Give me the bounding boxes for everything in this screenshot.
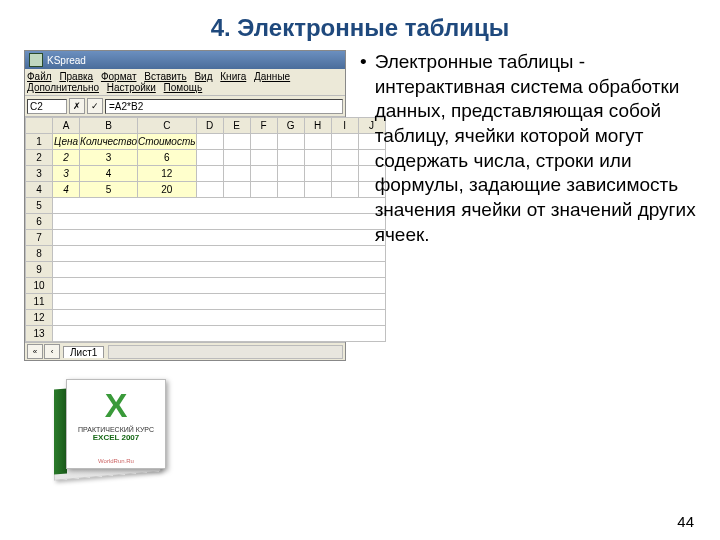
menu-settings[interactable]: Настройки (107, 82, 156, 93)
book-logo: X (105, 388, 128, 422)
cell[interactable]: 4 (53, 182, 80, 198)
cell[interactable] (53, 246, 386, 262)
col-header[interactable]: E (223, 118, 250, 134)
cell[interactable]: 5 (80, 182, 138, 198)
row-header[interactable]: 7 (26, 230, 53, 246)
sheet-tab[interactable]: Лист1 (63, 346, 104, 358)
menu-insert[interactable]: Вставить (144, 71, 186, 82)
bullet-item: • Электронные таблицы - интерактивная си… (360, 50, 696, 248)
menu-view[interactable]: Вид (194, 71, 212, 82)
cell[interactable] (53, 310, 386, 326)
col-header[interactable]: C (137, 118, 196, 134)
menubar: Файл Правка Формат Вставить Вид Книга Да… (25, 69, 345, 96)
book-title: EXCEL 2007 (93, 433, 140, 442)
menu-help[interactable]: Помощь (164, 82, 203, 93)
formula-bar: C2 ✗ ✓ =A2*B2 (25, 96, 345, 117)
row-header[interactable]: 9 (26, 262, 53, 278)
row-header[interactable]: 4 (26, 182, 53, 198)
cell[interactable]: 3 (80, 150, 138, 166)
row-header[interactable]: 11 (26, 294, 53, 310)
row-header[interactable]: 5 (26, 198, 53, 214)
menu-book[interactable]: Книга (220, 71, 246, 82)
cell-reference[interactable]: C2 (27, 99, 67, 114)
app-icon (29, 53, 43, 67)
menu-file[interactable]: Файл (27, 71, 52, 82)
cell[interactable] (304, 166, 331, 182)
cell[interactable] (53, 326, 386, 342)
row-header[interactable]: 1 (26, 134, 53, 150)
cell[interactable] (277, 150, 304, 166)
col-header[interactable]: G (277, 118, 304, 134)
slide-title: 4. Электронные таблицы (24, 14, 696, 42)
cell[interactable] (223, 134, 250, 150)
cell[interactable]: 6 (137, 150, 196, 166)
book-site: WorldRun.Ru (98, 458, 134, 464)
spreadsheet-window: KSpread Файл Правка Формат Вставить Вид … (24, 50, 346, 361)
col-header[interactable]: H (304, 118, 331, 134)
col-header[interactable]: F (250, 118, 277, 134)
window-titlebar: KSpread (25, 51, 345, 69)
cell[interactable]: Цена (53, 134, 80, 150)
cell[interactable]: 12 (137, 166, 196, 182)
col-header[interactable]: D (196, 118, 223, 134)
page-number: 44 (677, 513, 694, 530)
row-header[interactable]: 8 (26, 246, 53, 262)
cell[interactable] (223, 166, 250, 182)
row-header[interactable]: 2 (26, 150, 53, 166)
row-header[interactable]: 3 (26, 166, 53, 182)
cell[interactable] (196, 150, 223, 166)
cell[interactable] (53, 278, 386, 294)
bullet-dot-icon: • (360, 50, 367, 248)
menu-extra[interactable]: Дополнительно (27, 82, 99, 93)
row-header[interactable]: 10 (26, 278, 53, 294)
cell[interactable] (196, 134, 223, 150)
cell[interactable] (223, 182, 250, 198)
book-subtitle: ПРАКТИЧЕСКИЙ КУРС (78, 426, 154, 433)
tab-nav-prev-icon[interactable]: ‹ (44, 344, 60, 359)
menu-format[interactable]: Формат (101, 71, 137, 82)
cell[interactable] (53, 230, 386, 246)
excel-book-image: X ПРАКТИЧЕСКИЙ КУРС EXCEL 2007 WorldRun.… (54, 379, 184, 479)
menu-data[interactable]: Данные (254, 71, 290, 82)
accept-icon[interactable]: ✓ (87, 98, 103, 114)
col-header[interactable]: B (80, 118, 138, 134)
cell[interactable]: 3 (53, 166, 80, 182)
menu-edit[interactable]: Правка (59, 71, 93, 82)
formula-input[interactable]: =A2*B2 (105, 99, 343, 114)
cell[interactable] (277, 134, 304, 150)
cell[interactable] (277, 166, 304, 182)
cell[interactable]: 2 (53, 150, 80, 166)
cell[interactable] (53, 214, 386, 230)
app-name: KSpread (47, 55, 86, 66)
cell[interactable] (250, 182, 277, 198)
cell[interactable]: 20 (137, 182, 196, 198)
cell[interactable] (250, 150, 277, 166)
cell[interactable] (223, 150, 250, 166)
cell[interactable] (304, 150, 331, 166)
bullet-text: Электронные таблицы - интерактивная сист… (375, 50, 696, 248)
cell[interactable] (304, 182, 331, 198)
cell[interactable]: 4 (80, 166, 138, 182)
spreadsheet-grid: A B C D E F G H I J 1 Цена Количес (25, 117, 386, 342)
col-header[interactable]: A (53, 118, 80, 134)
cell[interactable] (196, 182, 223, 198)
cell[interactable] (250, 166, 277, 182)
row-header[interactable]: 6 (26, 214, 53, 230)
cell[interactable] (304, 134, 331, 150)
row-header[interactable]: 12 (26, 310, 53, 326)
cell[interactable] (53, 198, 386, 214)
cell[interactable] (250, 134, 277, 150)
sheet-tab-bar: « ‹ Лист1 (25, 342, 345, 360)
cell[interactable]: Стоимость (137, 134, 196, 150)
cell[interactable] (277, 182, 304, 198)
cell[interactable] (53, 294, 386, 310)
horizontal-scrollbar[interactable] (108, 345, 343, 359)
corner-cell[interactable] (26, 118, 53, 134)
cell[interactable] (196, 166, 223, 182)
cell[interactable] (53, 262, 386, 278)
cell[interactable]: Количество (80, 134, 138, 150)
row-header[interactable]: 13 (26, 326, 53, 342)
cancel-icon[interactable]: ✗ (69, 98, 85, 114)
tab-nav-first-icon[interactable]: « (27, 344, 43, 359)
